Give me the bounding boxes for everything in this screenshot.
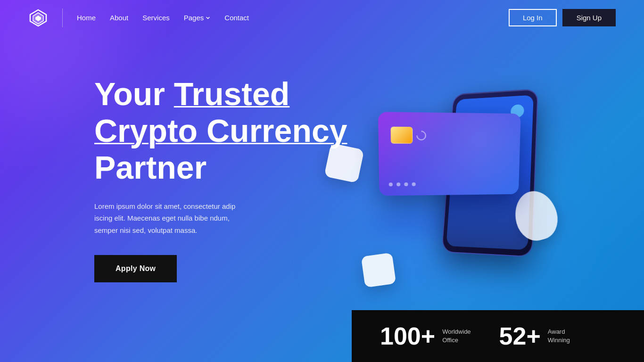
stat-label-1: Worldwide Office: [442, 328, 471, 345]
nav-services[interactable]: Services: [142, 14, 170, 22]
nav-about[interactable]: About: [110, 14, 128, 22]
floating-cube-2: [361, 253, 396, 288]
nav-home[interactable]: Home: [77, 14, 96, 22]
hero-content: Your Trusted Crypto Currency Partner Lor…: [94, 75, 347, 282]
nav-divider: [62, 8, 63, 27]
nav-contact[interactable]: Contact: [224, 14, 249, 22]
hero-illustration: [314, 38, 606, 302]
hero-title-crypto: Crypto Currency: [94, 113, 347, 148]
card-chip: [391, 127, 413, 144]
navbar: Home About Services Pages Contact Log In…: [0, 0, 644, 35]
hero-title-trusted: Trusted: [174, 76, 290, 112]
hero-title: Your Trusted Crypto Currency Partner: [94, 75, 347, 186]
signup-button[interactable]: Sign Up: [562, 9, 616, 26]
hero-description: Lorem ipsum dolor sit amet, consectetur …: [94, 200, 255, 237]
card-dots: [389, 182, 416, 186]
logo[interactable]: [28, 8, 48, 28]
hero-title-your: Your: [94, 76, 174, 112]
nav-pages[interactable]: Pages: [184, 14, 211, 22]
nav-actions: Log In Sign Up: [509, 9, 616, 26]
nav-links: Home About Services Pages Contact: [77, 14, 509, 22]
stats-bar: 100+ Worldwide Office 52+ Award Winning: [352, 310, 644, 362]
stat-worldwide: 100+ Worldwide Office: [380, 324, 471, 348]
stat-award: 52+ Award Winning: [499, 324, 570, 348]
credit-card: [378, 112, 521, 196]
chevron-down-icon: [206, 16, 210, 20]
stat-number-1: 100+: [380, 324, 435, 348]
hero-section: Home About Services Pages Contact Log In…: [0, 0, 644, 362]
stat-label-2: Award Winning: [548, 328, 570, 345]
hero-title-partner: Partner: [94, 149, 206, 185]
apply-now-button[interactable]: Apply Now: [94, 255, 177, 282]
login-button[interactable]: Log In: [509, 9, 557, 26]
stat-number-2: 52+: [499, 324, 541, 348]
